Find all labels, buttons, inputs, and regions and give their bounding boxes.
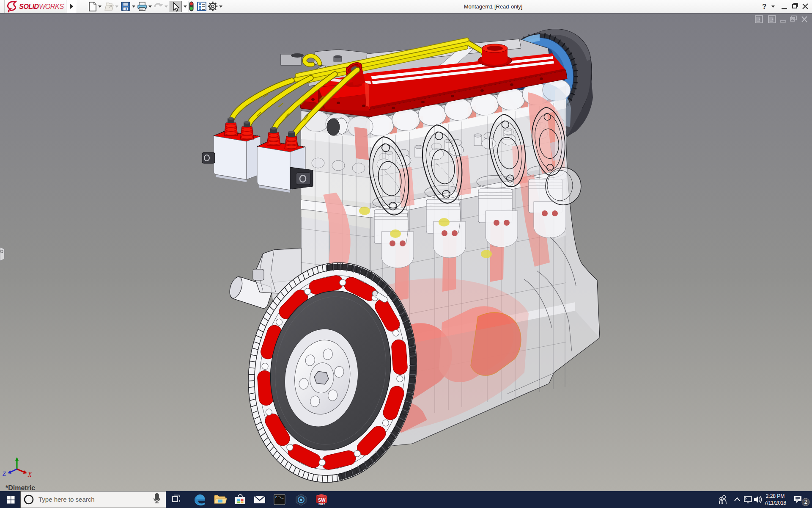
svg-text:SW: SW	[318, 497, 326, 502]
svg-text:Z: Z	[3, 471, 6, 477]
svg-text:?: ?	[762, 3, 766, 11]
svg-text:C:\_: C:\_	[275, 495, 283, 499]
svg-text:*Dimetric: *Dimetric	[5, 484, 35, 491]
svg-text:X: X	[27, 472, 32, 478]
svg-text:2: 2	[804, 499, 807, 505]
svg-text:2017: 2017	[318, 502, 325, 505]
